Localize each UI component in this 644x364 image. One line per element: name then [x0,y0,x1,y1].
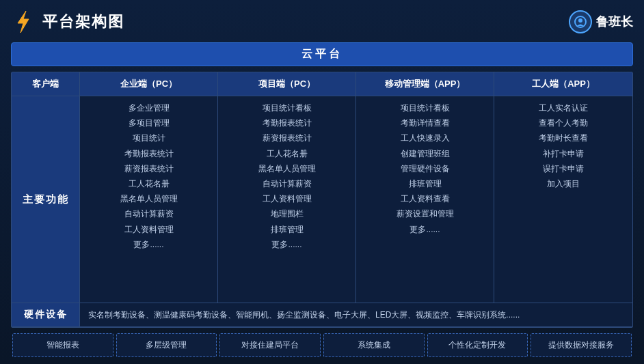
feature-item: 项目统计看板 [222,102,351,115]
col-header-client: 客户端 [12,72,80,96]
feature-item: 项目统计 [84,132,213,145]
feature-item: 排班管理 [222,223,351,236]
project-pc-col: 项目统计看板 考勤报表统计 薪资报表统计 工人花名册 黑名单人员管理 自动计算薪… [218,96,356,303]
header-left: 平台架构图 [11,10,124,34]
bottom-item-0: 智能报表 [12,333,113,357]
feature-item: 考勤报表统计 [222,117,351,130]
feature-item: 误打卡申请 [498,163,628,176]
worker-app-col: 工人实名认证 查看个人考勤 考勤时长查看 补打卡申请 误打卡申请 加入项目 [494,96,632,303]
bottom-item-3: 系统集成 [323,333,425,357]
feature-item: 薪资报表统计 [222,132,351,145]
main-content-row: 主要功能 多企业管理 多项目管理 项目统计 考勤报表统计 薪资报表统计 工人花名… [12,96,632,303]
feature-item: 更多...... [222,238,351,251]
main-function-label: 主要功能 [12,96,80,303]
feature-item: 工人资料查看 [360,193,489,206]
feature-item: 排班管理 [360,178,489,191]
feature-item: 薪资设置和管理 [360,208,489,221]
col-header-project: 项目端（PC） [218,72,356,96]
mobile-app-col: 项目统计看板 考勤详情查看 工人快速录入 创建管理班组 管理硬件设备 排班管理 … [356,96,494,303]
feature-item: 工人实名认证 [498,102,628,115]
cloud-platform-label: 云平台 [301,48,343,59]
feature-item: 更多...... [360,223,489,236]
feature-item: 薪资报表统计 [84,163,213,176]
brand-logo: 鲁班长 [569,10,633,33]
bottom-item-1: 多层级管理 [116,333,217,357]
feature-item: 考勤时长查看 [498,132,628,145]
svg-point-2 [578,18,582,23]
feature-item: 多项目管理 [84,117,213,130]
feature-item: 黑名单人员管理 [222,163,351,176]
feature-item: 补打卡申请 [498,148,628,160]
bottom-item-4: 个性化定制开发 [427,333,528,357]
feature-item: 管理硬件设备 [360,163,489,176]
feature-item: 黑名单人员管理 [84,193,213,206]
feature-item: 自动计算薪资 [84,208,213,221]
feature-item: 工人花名册 [222,148,351,160]
hardware-row: 硬件设备 实名制考勤设备、测温健康码考勤设备、智能闸机、扬尘监测设备、电子大屏、… [12,303,632,327]
feature-item: 更多...... [84,238,213,251]
page-wrapper: 平台架构图 鲁班长 云平台 客户端 企业端（PC） 项目端（PC） 移动管理端（… [0,0,644,364]
brand-icon [569,10,592,33]
bottom-item-5: 提供数据对接服务 [531,333,632,357]
brand-name: 鲁班长 [596,14,633,30]
col-headers-row: 客户端 企业端（PC） 项目端（PC） 移动管理端（APP） 工人端（APP） [12,72,632,96]
hardware-content: 实名制考勤设备、测温健康码考勤设备、智能闸机、扬尘监测设备、电子大屏、LED大屏… [80,303,632,326]
cloud-platform-bar: 云平台 [11,42,633,66]
col-header-worker: 工人端（APP） [494,72,632,96]
main-table: 客户端 企业端（PC） 项目端（PC） 移动管理端（APP） 工人端（APP） … [11,72,633,328]
feature-item: 工人快速录入 [360,132,489,145]
logo-icon [11,10,36,34]
bottom-item-2: 对接住建局平台 [219,333,321,357]
feature-item: 考勤报表统计 [84,148,213,160]
feature-item: 加入项目 [498,178,628,191]
feature-item: 项目统计看板 [360,102,489,115]
col-header-mobile: 移动管理端（APP） [356,72,494,96]
feature-item: 工人资料管理 [222,193,351,206]
enterprise-pc-col: 多企业管理 多项目管理 项目统计 考勤报表统计 薪资报表统计 工人花名册 黑名单… [80,96,218,303]
feature-item: 考勤详情查看 [360,117,489,130]
page-title: 平台架构图 [42,12,124,32]
feature-item: 创建管理班组 [360,148,489,160]
header: 平台架构图 鲁班长 [11,7,633,37]
feature-item: 地理围栏 [222,208,351,221]
feature-item: 查看个人考勤 [498,117,628,130]
bottom-row: 智能报表 多层级管理 对接住建局平台 系统集成 个性化定制开发 提供数据对接服务 [11,333,633,357]
feature-item: 工人资料管理 [84,223,213,236]
feature-item: 自动计算薪资 [222,178,351,191]
feature-item: 工人花名册 [84,178,213,191]
svg-marker-0 [18,11,29,33]
hardware-label: 硬件设备 [12,303,80,326]
col-header-enterprise: 企业端（PC） [80,72,218,96]
feature-item: 多企业管理 [84,102,213,115]
